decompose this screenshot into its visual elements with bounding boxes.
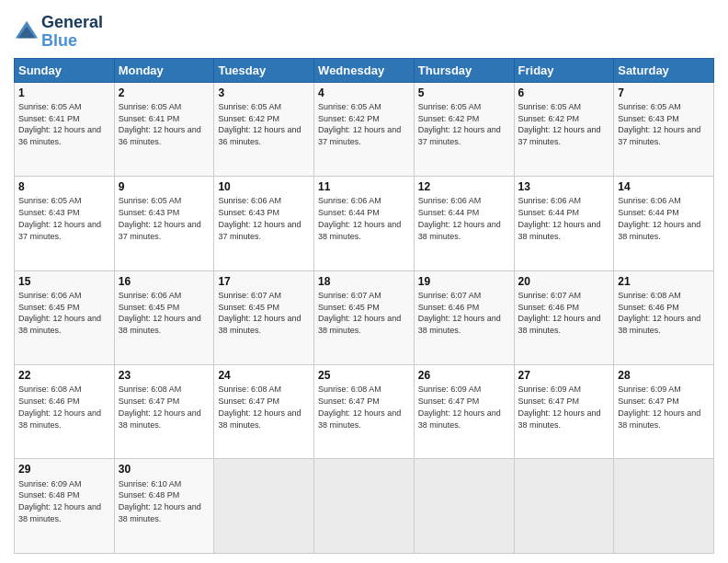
day-sunset: Sunset: 6:43 PM (618, 114, 679, 123)
day-daylight: Daylight: 12 hours and 37 minutes. (18, 220, 101, 241)
day-sunset: Sunset: 6:44 PM (618, 208, 679, 217)
day-sunrise: Sunrise: 6:05 AM (18, 102, 82, 111)
day-sunset: Sunset: 6:42 PM (318, 114, 380, 123)
day-sunset: Sunset: 6:46 PM (18, 396, 80, 406)
calendar-cell (314, 459, 415, 554)
day-number: 5 (418, 86, 510, 100)
day-sunrise: Sunrise: 6:06 AM (119, 291, 182, 300)
day-sunset: Sunset: 6:45 PM (119, 303, 180, 312)
week-row-5: 29Sunrise: 6:09 AMSunset: 6:48 PMDayligh… (15, 459, 714, 554)
day-sunset: Sunset: 6:44 PM (518, 208, 580, 217)
day-daylight: Daylight: 12 hours and 38 minutes. (119, 408, 201, 430)
calendar-cell: 26Sunrise: 6:09 AMSunset: 6:47 PMDayligh… (414, 365, 514, 459)
calendar-table: SundayMondayTuesdayWednesdayThursdayFrid… (14, 58, 714, 554)
day-sunset: Sunset: 6:47 PM (418, 396, 480, 406)
day-number: 25 (318, 368, 410, 383)
day-sunset: Sunset: 6:46 PM (418, 303, 480, 312)
day-sunrise: Sunrise: 6:05 AM (418, 102, 482, 111)
day-number: 16 (119, 274, 210, 289)
logo-icon (14, 19, 40, 45)
calendar-cell: 17Sunrise: 6:07 AMSunset: 6:45 PMDayligh… (214, 270, 314, 364)
day-daylight: Daylight: 12 hours and 38 minutes. (318, 314, 401, 335)
day-daylight: Daylight: 12 hours and 37 minutes. (618, 125, 700, 146)
day-sunrise: Sunrise: 6:09 AM (18, 479, 82, 488)
day-sunset: Sunset: 6:45 PM (318, 303, 380, 312)
week-row-3: 15Sunrise: 6:06 AMSunset: 6:45 PMDayligh… (15, 270, 714, 364)
day-sunset: Sunset: 6:47 PM (119, 396, 180, 406)
day-sunrise: Sunrise: 6:07 AM (518, 291, 582, 300)
day-sunrise: Sunrise: 6:05 AM (218, 102, 281, 111)
day-sunrise: Sunrise: 6:06 AM (318, 196, 381, 205)
day-sunset: Sunset: 6:46 PM (618, 303, 679, 312)
day-daylight: Daylight: 12 hours and 38 minutes. (119, 314, 201, 335)
day-sunrise: Sunrise: 6:09 AM (618, 385, 681, 394)
day-daylight: Daylight: 12 hours and 37 minutes. (218, 220, 301, 241)
day-sunset: Sunset: 6:47 PM (318, 396, 380, 406)
calendar-cell: 25Sunrise: 6:08 AMSunset: 6:47 PMDayligh… (314, 365, 415, 459)
day-number: 29 (18, 462, 110, 477)
day-sunrise: Sunrise: 6:07 AM (318, 291, 381, 300)
day-daylight: Daylight: 12 hours and 38 minutes. (218, 408, 301, 430)
day-daylight: Daylight: 12 hours and 36 minutes. (119, 125, 201, 146)
weekday-friday: Friday (514, 58, 614, 82)
day-daylight: Daylight: 12 hours and 38 minutes. (618, 408, 700, 430)
day-sunrise: Sunrise: 6:05 AM (18, 196, 82, 205)
day-sunrise: Sunrise: 6:06 AM (418, 196, 482, 205)
day-number: 21 (618, 274, 710, 289)
day-number: 28 (618, 368, 710, 383)
day-number: 19 (418, 274, 510, 289)
day-daylight: Daylight: 12 hours and 38 minutes. (18, 502, 101, 523)
weekday-header-row: SundayMondayTuesdayWednesdayThursdayFrid… (15, 58, 714, 82)
day-daylight: Daylight: 12 hours and 38 minutes. (418, 408, 501, 430)
day-sunset: Sunset: 6:41 PM (119, 114, 180, 123)
day-number: 23 (119, 368, 210, 383)
day-daylight: Daylight: 12 hours and 37 minutes. (518, 125, 601, 146)
day-daylight: Daylight: 12 hours and 38 minutes. (418, 314, 501, 335)
day-sunrise: Sunrise: 6:06 AM (218, 196, 281, 205)
day-number: 1 (18, 86, 110, 100)
weekday-tuesday: Tuesday (214, 58, 314, 82)
day-sunrise: Sunrise: 6:09 AM (518, 385, 582, 394)
calendar-cell: 7Sunrise: 6:05 AMSunset: 6:43 PMDaylight… (614, 82, 714, 176)
day-sunrise: Sunrise: 6:06 AM (18, 291, 82, 300)
calendar-cell: 2Sunrise: 6:05 AMSunset: 6:41 PMDaylight… (114, 82, 214, 176)
day-sunrise: Sunrise: 6:05 AM (119, 102, 182, 111)
calendar-cell: 1Sunrise: 6:05 AMSunset: 6:41 PMDaylight… (15, 82, 115, 176)
day-number: 15 (18, 274, 110, 289)
calendar-cell: 13Sunrise: 6:06 AMSunset: 6:44 PMDayligh… (514, 177, 614, 270)
day-number: 7 (618, 86, 710, 100)
day-number: 30 (119, 462, 210, 477)
calendar-cell: 5Sunrise: 6:05 AMSunset: 6:42 PMDaylight… (414, 82, 514, 176)
calendar-cell: 6Sunrise: 6:05 AMSunset: 6:42 PMDaylight… (514, 82, 614, 176)
day-sunrise: Sunrise: 6:10 AM (119, 479, 182, 488)
day-sunrise: Sunrise: 6:08 AM (119, 385, 182, 394)
day-sunset: Sunset: 6:43 PM (119, 208, 180, 217)
day-daylight: Daylight: 12 hours and 36 minutes. (18, 125, 101, 146)
calendar-cell (614, 459, 714, 554)
calendar-cell: 12Sunrise: 6:06 AMSunset: 6:44 PMDayligh… (414, 177, 514, 270)
week-row-4: 22Sunrise: 6:08 AMSunset: 6:46 PMDayligh… (15, 365, 714, 459)
day-number: 14 (618, 179, 710, 194)
day-daylight: Daylight: 12 hours and 38 minutes. (518, 220, 601, 241)
day-number: 20 (518, 274, 610, 289)
calendar-cell: 9Sunrise: 6:05 AMSunset: 6:43 PMDaylight… (114, 177, 214, 270)
calendar-cell: 27Sunrise: 6:09 AMSunset: 6:47 PMDayligh… (514, 365, 614, 459)
day-daylight: Daylight: 12 hours and 38 minutes. (18, 314, 101, 335)
day-sunset: Sunset: 6:48 PM (18, 490, 80, 500)
weekday-monday: Monday (114, 58, 214, 82)
day-number: 18 (318, 274, 410, 289)
day-sunset: Sunset: 6:44 PM (318, 208, 380, 217)
logo: General Blue (14, 14, 103, 51)
day-sunrise: Sunrise: 6:08 AM (218, 385, 281, 394)
day-daylight: Daylight: 12 hours and 38 minutes. (518, 314, 601, 335)
day-sunrise: Sunrise: 6:07 AM (218, 291, 281, 300)
day-sunset: Sunset: 6:43 PM (18, 208, 80, 217)
calendar-cell: 30Sunrise: 6:10 AMSunset: 6:48 PMDayligh… (114, 459, 214, 554)
calendar-cell: 28Sunrise: 6:09 AMSunset: 6:47 PMDayligh… (614, 365, 714, 459)
calendar-cell: 24Sunrise: 6:08 AMSunset: 6:47 PMDayligh… (214, 365, 314, 459)
day-number: 24 (218, 368, 310, 383)
calendar-cell: 22Sunrise: 6:08 AMSunset: 6:46 PMDayligh… (15, 365, 115, 459)
week-row-1: 1Sunrise: 6:05 AMSunset: 6:41 PMDaylight… (15, 82, 714, 176)
day-sunrise: Sunrise: 6:09 AM (418, 385, 482, 394)
calendar-cell (414, 459, 514, 554)
